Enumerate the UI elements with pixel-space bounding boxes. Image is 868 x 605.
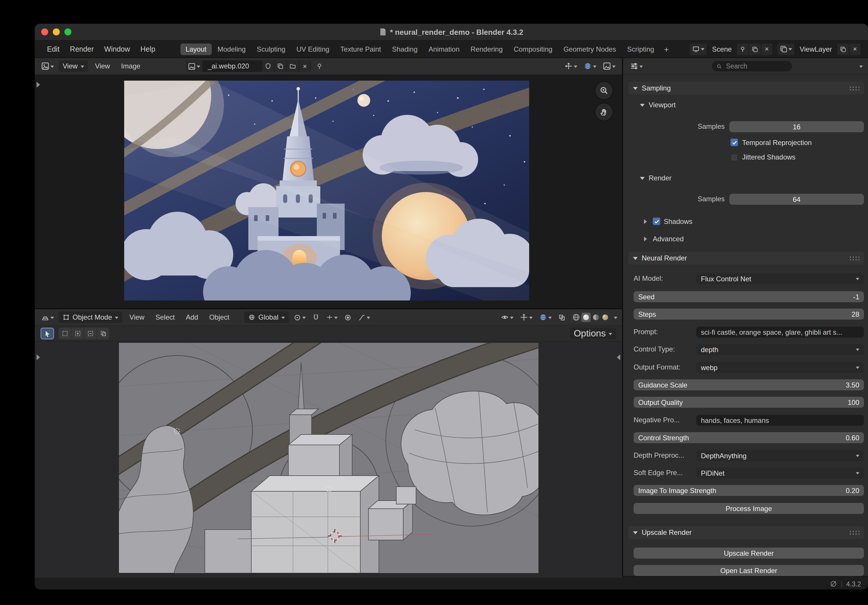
wireframe-shading-icon[interactable] [572, 313, 580, 321]
seed-field[interactable]: Seed -1 [634, 291, 864, 302]
close-window-button[interactable] [41, 28, 48, 36]
menu-window[interactable]: Window [99, 45, 135, 53]
render-subpanel-header[interactable]: Render [640, 172, 864, 184]
tab-sculpting[interactable]: Sculpting [251, 43, 291, 55]
output-format-dropdown[interactable]: webp [696, 362, 864, 373]
image-to-image-slider[interactable]: Image To Image Strength 0.20 [634, 485, 864, 496]
duplicate-scene-button[interactable] [749, 43, 761, 55]
zoom-window-button[interactable] [64, 28, 71, 36]
filter-dropdown-icon[interactable] [859, 65, 863, 69]
control-type-dropdown[interactable]: depth [696, 344, 864, 355]
visibility-dropdown[interactable] [499, 311, 515, 323]
zoom-gizmo-button[interactable] [595, 82, 613, 99]
tab-geometry-nodes[interactable]: Geometry Nodes [558, 43, 621, 55]
select-box-tool-button[interactable] [59, 328, 71, 339]
guidance-scale-slider[interactable]: Guidance Scale 3.50 [634, 379, 864, 390]
viewport-menu-add[interactable]: Add [181, 313, 202, 321]
prompt-field[interactable] [696, 326, 864, 337]
ai-model-dropdown[interactable]: Flux Control Net [696, 273, 864, 284]
image-menu-image[interactable]: Image [117, 62, 144, 70]
advanced-panel-header[interactable]: Advanced [642, 233, 864, 244]
grip-icon[interactable] [849, 530, 859, 535]
render-samples-field[interactable]: 64 [729, 194, 864, 205]
proportional-editing-button[interactable] [343, 311, 353, 323]
remove-viewlayer-button[interactable] [849, 43, 861, 55]
process-image-button[interactable]: Process Image [634, 503, 864, 514]
tab-shading[interactable]: Shading [387, 43, 423, 55]
minimize-window-button[interactable] [53, 28, 60, 36]
open-image-button[interactable] [287, 60, 299, 72]
menu-edit[interactable]: Edit [42, 45, 65, 53]
overlays-dropdown[interactable] [582, 60, 598, 72]
control-strength-slider[interactable]: Control Strength 0.60 [634, 432, 864, 443]
shadows-panel-header[interactable]: Shadows [642, 216, 864, 227]
search-input[interactable] [725, 62, 787, 70]
tab-modeling[interactable]: Modeling [212, 43, 251, 55]
pan-gizmo-button[interactable] [595, 103, 613, 121]
toolbar-toggle-arrow[interactable] [37, 354, 43, 360]
viewport-options-dropdown[interactable]: Options [570, 328, 616, 339]
image-menu-view[interactable]: View [91, 62, 114, 70]
unlink-scene-button[interactable] [761, 43, 773, 55]
browse-scene-button[interactable] [690, 43, 707, 55]
toolbar-toggle-arrow[interactable] [37, 82, 43, 88]
viewport-samples-field[interactable]: 16 [729, 121, 864, 132]
prompt-input[interactable] [701, 328, 859, 336]
jittered-shadows-checkbox[interactable] [730, 154, 738, 161]
rendered-shading-icon[interactable] [601, 313, 609, 321]
viewport-menu-view[interactable]: View [126, 313, 149, 321]
tab-uv-editing[interactable]: UV Editing [291, 43, 335, 55]
transform-orientation-dropdown[interactable]: Global [245, 311, 289, 323]
solid-shading-active[interactable] [581, 313, 591, 322]
browse-image-button[interactable] [186, 60, 203, 72]
temporal-reprojection-checkbox[interactable] [730, 139, 738, 147]
open-last-render-button[interactable]: Open Last Render [634, 565, 864, 576]
gizmos-dropdown[interactable] [563, 60, 579, 72]
neural-render-panel-header[interactable]: Neural Render [628, 252, 864, 265]
image-view-mode-dropdown[interactable]: View [59, 60, 88, 72]
sidebar-toggle-arrow[interactable] [614, 354, 620, 360]
sampling-panel-header[interactable]: Sampling [628, 82, 864, 94]
image-name-field[interactable] [203, 60, 262, 72]
window-titlebar[interactable]: * neural_render_demo - Blender 4.3.2 [35, 24, 868, 40]
pivot-point-dropdown[interactable] [292, 311, 307, 323]
tab-texture-paint[interactable]: Texture Paint [335, 43, 386, 55]
scene-name[interactable]: Scene [707, 43, 737, 55]
new-image-button[interactable] [274, 60, 287, 72]
tab-animation[interactable]: Animation [423, 43, 465, 55]
add-workspace-button[interactable]: + [660, 44, 673, 54]
interaction-mode-dropdown[interactable]: Object Mode [59, 311, 122, 323]
fake-user-button[interactable] [262, 60, 274, 72]
viewlayer-name[interactable]: ViewLayer [795, 43, 837, 55]
viewport-subpanel-header[interactable]: Viewport [640, 99, 864, 111]
upscale-render-panel-header[interactable]: Upscale Render [628, 526, 864, 539]
select-extend-tool-button[interactable] [71, 328, 84, 339]
output-quality-slider[interactable]: Output Quality 100 [634, 397, 864, 408]
material-shading-icon[interactable] [592, 313, 600, 321]
tab-compositing[interactable]: Compositing [508, 43, 558, 55]
editor-type-button[interactable] [39, 60, 56, 72]
gizmos-dropdown[interactable] [518, 311, 535, 323]
depth-preprocessor-dropdown[interactable]: DepthAnything [696, 450, 864, 461]
editor-type-button[interactable] [39, 311, 56, 323]
viewport-menu-select[interactable]: Select [152, 313, 179, 321]
editor-type-button[interactable] [628, 60, 645, 72]
steps-field[interactable]: Steps 28 [634, 309, 864, 320]
shadows-checkbox[interactable] [653, 218, 660, 225]
grip-icon[interactable] [849, 255, 859, 261]
select-intersect-tool-button[interactable] [97, 328, 109, 339]
tab-rendering[interactable]: Rendering [465, 43, 508, 55]
menu-help[interactable]: Help [135, 45, 160, 53]
viewport-canvas[interactable] [35, 342, 622, 578]
snap-toggle-button[interactable] [310, 311, 321, 323]
negative-prompt-input[interactable] [701, 416, 859, 424]
grip-icon[interactable] [849, 85, 859, 91]
xray-toggle-button[interactable] [556, 311, 567, 323]
negative-prompt-field[interactable] [696, 415, 864, 426]
tab-scripting[interactable]: Scripting [622, 43, 659, 55]
unlink-image-button[interactable] [299, 60, 311, 72]
select-subtract-tool-button[interactable] [84, 328, 96, 339]
shading-dropdown-icon[interactable] [614, 316, 617, 320]
tweak-tool-button[interactable] [40, 328, 54, 339]
tab-layout[interactable]: Layout [180, 43, 211, 55]
